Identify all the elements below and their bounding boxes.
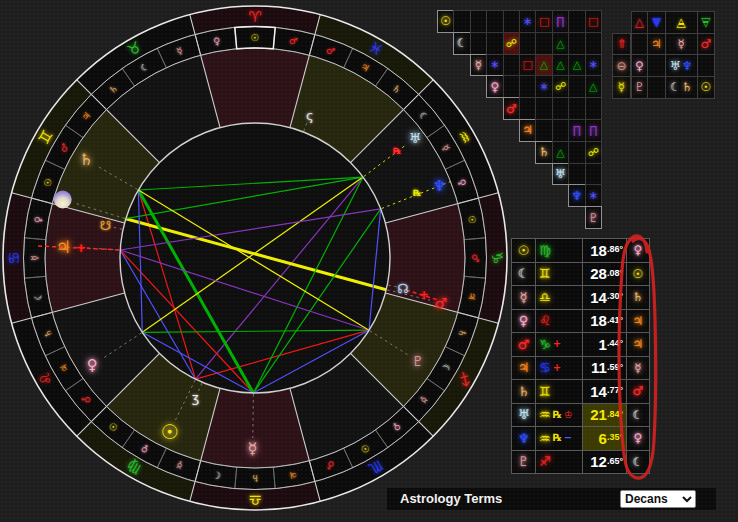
aspect-cell-sun-pluto[interactable]: □ (585, 10, 602, 33)
table-sign-leo[interactable]: ♌ (535, 309, 583, 334)
table-decan-ruler-venus[interactable]: ♀ (626, 426, 650, 451)
aspect-cell-mars-saturn[interactable] (535, 97, 552, 120)
aspect-cell-venus-pluto[interactable]: △ (585, 75, 602, 98)
table-sign-capricorn[interactable]: ♑+ (535, 332, 583, 357)
table-sign-gemini[interactable]: ♊ (535, 262, 583, 287)
aspect-cell-sun-mars[interactable] (503, 10, 520, 33)
table-planet-sun[interactable]: ☉ (511, 238, 536, 263)
table-planet-mercury[interactable]: ☿ (511, 285, 536, 310)
aspect-cell-saturn-neptune[interactable] (568, 141, 585, 164)
aspect-cell-neptune-pluto[interactable]: ∗ (585, 184, 602, 207)
table-sign-cancer[interactable]: ♋+ (535, 356, 583, 381)
table-decan-ruler-mars[interactable]: ♂ (626, 379, 650, 404)
table-planet-uranus[interactable]: ♅ (511, 403, 536, 428)
aspect-cell-uranus-pluto[interactable] (585, 163, 602, 186)
aspect-cell-saturn-pluto[interactable]: ☍ (585, 141, 602, 164)
decan-ruler-saturn: ♄ (251, 473, 260, 484)
aspect-cell-sun-neptune[interactable] (568, 10, 585, 33)
grid-planet-mercury: ☿ (678, 38, 685, 50)
table-planet-venus[interactable]: ♀ (511, 309, 536, 334)
aspect-cell-mercury-saturn[interactable]: △ (535, 54, 552, 77)
aspect-cell-mercury-uranus[interactable]: △ (552, 54, 569, 77)
aspect-cell-mercury-pluto[interactable]: ∗ (585, 54, 602, 77)
table-degrees: 14.77° (582, 379, 627, 404)
decans-select[interactable]: Decans (620, 490, 696, 508)
aspect-grid-planet-saturn[interactable]: ♄ (535, 141, 552, 164)
aspect-cell-venus-neptune[interactable] (568, 75, 585, 98)
aspect-cell-mars-neptune[interactable] (568, 97, 585, 120)
table-sign-libra[interactable]: ♎ (535, 285, 583, 310)
table-decan-ruler-mercury[interactable]: ☿ (626, 356, 650, 381)
aspect-cell-mercury-neptune[interactable]: △ (568, 54, 585, 77)
table-planet-jupiter[interactable]: ♃ (511, 356, 536, 381)
aspect-grid-planet-jupiter[interactable]: ♃ (519, 119, 536, 142)
table-decan-ruler-jupiter[interactable]: ♃ (626, 309, 650, 334)
aspect-grid-planet-sun[interactable]: ☉ (437, 10, 454, 33)
aspect-grid-planet-uranus[interactable]: ♅ (552, 163, 569, 186)
aspect-grid-planet-mercury[interactable]: ☿ (470, 54, 487, 77)
table-sign-gemini[interactable]: ♊ (535, 379, 583, 404)
aspect-cell-jupiter-saturn[interactable] (535, 119, 552, 142)
aspect-cell-venus-uranus[interactable]: ☍ (552, 75, 569, 98)
aspect-cell-venus-mars[interactable] (503, 75, 520, 98)
aspect-cell-jupiter-neptune[interactable]: ∏ (568, 119, 585, 142)
aspect-cell-sun-jupiter[interactable]: ∗ (519, 10, 536, 33)
aspect-cell-jupiter-pluto[interactable]: ∏ (585, 119, 602, 142)
aspect-cell-mars-pluto[interactable] (585, 97, 602, 120)
aspect-grid-planet-mars[interactable]: ♂ (503, 97, 520, 120)
aspect-grid-planet-neptune[interactable]: ♆ (568, 184, 585, 207)
table-sign-aquarius[interactable]: ♒℞♔ (535, 403, 583, 428)
table-decan-ruler-sun[interactable]: ☉ (626, 262, 650, 287)
aspect-cell-venus-saturn[interactable]: ∗ (535, 75, 552, 98)
table-planet-moon[interactable]: ☾ (511, 262, 536, 287)
aspect-cell-moon-mercury[interactable] (470, 32, 487, 55)
table-planet-saturn[interactable]: ♄ (511, 379, 536, 404)
aspect-cell-sun-venus[interactable] (486, 10, 503, 33)
aspect-grid-planet-moon[interactable]: ☾ (453, 32, 470, 55)
aspect-cell-sun-uranus[interactable]: ∏ (552, 10, 569, 33)
aspect-cell-moon-mars[interactable]: ☍ (503, 32, 520, 55)
aspect-cell-uranus-neptune[interactable] (568, 163, 585, 186)
aspect-cell-sun-mercury[interactable] (470, 10, 487, 33)
planet-jupiter: ♃ (56, 237, 71, 257)
aspect-cell-moon-jupiter[interactable] (519, 32, 536, 55)
grid-planet-uranus: ♅ (670, 60, 681, 72)
aspect-cell-sun-saturn[interactable]: □ (535, 10, 552, 33)
table-sign-aquarius[interactable]: ♒℞− (535, 426, 583, 451)
table-decan-ruler-saturn[interactable]: ♄ (626, 285, 650, 310)
aspect-cell-moon-pluto[interactable] (585, 32, 602, 55)
aspect-cell-mercury-venus[interactable]: ∗ (486, 54, 503, 77)
table-degrees: 18.41° (582, 309, 627, 334)
table-decan-ruler-venus[interactable]: ♀ (626, 238, 650, 263)
retrograde-uranus: ℞ (393, 146, 401, 156)
table-planet-mars[interactable]: ♂ (511, 332, 536, 357)
aspect-cell-moon-saturn[interactable] (535, 32, 552, 55)
aspect-cell-mars-uranus[interactable] (552, 97, 569, 120)
table-decan-ruler-jupiter[interactable]: ♃ (626, 332, 650, 357)
table-sign-sagittarius[interactable]: ♐ (535, 450, 583, 475)
aspect-cell-jupiter-uranus[interactable] (552, 119, 569, 142)
aspect-cell-moon-venus[interactable] (486, 32, 503, 55)
table-sign-virgo[interactable]: ♍ (535, 238, 583, 263)
aspect-cell-sun-moon[interactable] (453, 10, 470, 33)
table-planet-pluto[interactable]: ♇ (511, 450, 536, 475)
aspect-cell-mars-jupiter[interactable] (519, 97, 536, 120)
aspect-cell-venus-jupiter[interactable] (519, 75, 536, 98)
astrology-app: ♈♉♊♋♌♍♎♏♐♑♒♓♂☉♀☿☾♄♃♂☉♀☿☾♄♃♂☉♀☿☾♄♃♂☉♀☿☾♄♃… (0, 0, 738, 522)
cell-cardinal-water: ♃ (647, 33, 665, 56)
table-degrees: 14.30° (582, 285, 627, 310)
aspect-grid-planet-venus[interactable]: ♀ (486, 75, 503, 98)
aspect-cell-mercury-mars[interactable] (503, 54, 520, 77)
table-decan-ruler-moon[interactable]: ☾ (626, 403, 650, 428)
aspect-grid-planet-pluto[interactable]: ♇ (585, 206, 602, 229)
modality-label-mutable: ☿ (612, 76, 631, 99)
aspect-cell-moon-uranus[interactable]: △ (552, 32, 569, 55)
plus-marker-jupiter: + (76, 241, 86, 255)
cell-cardinal-fire (631, 33, 649, 56)
table-decan-ruler-moon[interactable]: ☾ (626, 450, 650, 475)
cell-mutable-earth: ☉ (697, 76, 715, 99)
aspect-cell-saturn-uranus[interactable]: △ (552, 141, 569, 164)
aspect-cell-moon-neptune[interactable] (568, 32, 585, 55)
table-planet-neptune[interactable]: ♆ (511, 426, 536, 451)
aspect-cell-mercury-jupiter[interactable]: □ (519, 54, 536, 77)
